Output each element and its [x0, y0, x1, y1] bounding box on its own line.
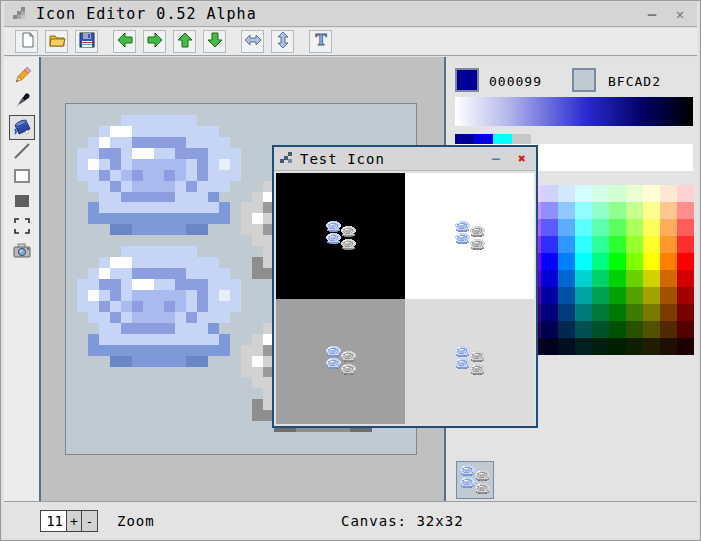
- palette-cell[interactable]: [592, 270, 609, 287]
- palette-cell[interactable]: [626, 304, 643, 321]
- text-tool-button[interactable]: T: [309, 30, 332, 53]
- palette-cell[interactable]: [643, 338, 660, 355]
- pencil-tool-button[interactable]: [9, 65, 35, 90]
- palette-cell[interactable]: [575, 185, 592, 202]
- palette-cell[interactable]: [626, 219, 643, 236]
- new-file-button[interactable]: [15, 30, 38, 53]
- palette-cell[interactable]: [626, 338, 643, 355]
- filled-rectangle-tool-button[interactable]: [9, 190, 35, 215]
- palette-cell[interactable]: [660, 236, 677, 253]
- palette-cell[interactable]: [609, 338, 626, 355]
- palette-cell[interactable]: [626, 236, 643, 253]
- palette-cell[interactable]: [660, 253, 677, 270]
- palette-cell[interactable]: [643, 236, 660, 253]
- zoom-in-button[interactable]: +: [67, 511, 82, 531]
- palette-cell[interactable]: [575, 321, 592, 338]
- recent-color-swatch[interactable]: [512, 134, 531, 144]
- title-bar[interactable]: Icon Editor 0.52 Alpha – ✕: [4, 2, 697, 27]
- palette-cell[interactable]: [541, 185, 558, 202]
- palette-cell[interactable]: [592, 338, 609, 355]
- palette-cell[interactable]: [575, 202, 592, 219]
- palette-cell[interactable]: [660, 219, 677, 236]
- secondary-color-swatch[interactable]: [572, 68, 596, 92]
- palette-cell[interactable]: [677, 270, 694, 287]
- line-tool-button[interactable]: [9, 140, 35, 165]
- recent-color-swatch[interactable]: [474, 134, 493, 144]
- palette-cell[interactable]: [626, 270, 643, 287]
- eyedropper-tool-button[interactable]: [9, 90, 35, 115]
- palette-cell[interactable]: [643, 270, 660, 287]
- palette-cell[interactable]: [677, 185, 694, 202]
- primary-color-swatch[interactable]: [455, 68, 479, 92]
- palette-cell[interactable]: [541, 287, 558, 304]
- palette-cell[interactable]: [643, 321, 660, 338]
- palette-cell[interactable]: [660, 338, 677, 355]
- palette-cell[interactable]: [626, 287, 643, 304]
- palette-cell[interactable]: [677, 304, 694, 321]
- palette-cell[interactable]: [643, 253, 660, 270]
- palette-cell[interactable]: [558, 219, 575, 236]
- palette-cell[interactable]: [575, 219, 592, 236]
- palette-cell[interactable]: [643, 202, 660, 219]
- recent-color-swatch[interactable]: [493, 134, 512, 144]
- palette-cell[interactable]: [541, 304, 558, 321]
- palette-cell[interactable]: [626, 321, 643, 338]
- palette-cell[interactable]: [575, 287, 592, 304]
- test-icon-close-icon[interactable]: ✖: [514, 151, 530, 167]
- palette-cell[interactable]: [558, 287, 575, 304]
- fill-tool-button[interactable]: [9, 115, 35, 140]
- move-left-button[interactable]: [113, 30, 136, 53]
- palette-cell[interactable]: [677, 338, 694, 355]
- palette-cell[interactable]: [592, 287, 609, 304]
- palette-cell[interactable]: [575, 338, 592, 355]
- palette-cell[interactable]: [609, 304, 626, 321]
- rectangle-tool-button[interactable]: [9, 165, 35, 190]
- move-up-button[interactable]: [173, 30, 196, 53]
- test-icon-title-bar[interactable]: Test Icon – ✖: [274, 147, 536, 171]
- minimize-icon[interactable]: –: [643, 5, 661, 23]
- palette-cell[interactable]: [592, 202, 609, 219]
- palette-cell[interactable]: [592, 185, 609, 202]
- open-folder-button[interactable]: [45, 30, 68, 53]
- close-icon[interactable]: ✕: [671, 5, 689, 23]
- palette-cell[interactable]: [677, 236, 694, 253]
- palette-cell[interactable]: [558, 185, 575, 202]
- palette-cell[interactable]: [541, 321, 558, 338]
- palette-cell[interactable]: [575, 270, 592, 287]
- palette-cell[interactable]: [626, 202, 643, 219]
- selection-tool-button[interactable]: [9, 215, 35, 240]
- palette-cell[interactable]: [660, 287, 677, 304]
- palette-cell[interactable]: [660, 304, 677, 321]
- palette-cell[interactable]: [541, 253, 558, 270]
- zoom-value-field[interactable]: [41, 511, 67, 531]
- test-icon-window[interactable]: Test Icon – ✖: [272, 145, 538, 428]
- palette-cell[interactable]: [643, 304, 660, 321]
- move-right-button[interactable]: [143, 30, 166, 53]
- palette-cell[interactable]: [558, 202, 575, 219]
- zoom-out-button[interactable]: -: [82, 511, 97, 531]
- camera-tool-button[interactable]: [9, 240, 35, 265]
- palette-cell[interactable]: [558, 338, 575, 355]
- palette-cell[interactable]: [609, 270, 626, 287]
- move-down-button[interactable]: [203, 30, 226, 53]
- palette-cell[interactable]: [609, 253, 626, 270]
- palette-cell[interactable]: [609, 321, 626, 338]
- palette-cell[interactable]: [558, 253, 575, 270]
- palette-cell[interactable]: [643, 219, 660, 236]
- palette-cell[interactable]: [677, 287, 694, 304]
- palette-cell[interactable]: [541, 236, 558, 253]
- palette-cell[interactable]: [626, 253, 643, 270]
- palette-cell[interactable]: [609, 219, 626, 236]
- palette-cell[interactable]: [643, 287, 660, 304]
- palette-cell[interactable]: [558, 270, 575, 287]
- palette-cell[interactable]: [660, 185, 677, 202]
- palette-cell[interactable]: [575, 304, 592, 321]
- palette-cell[interactable]: [592, 321, 609, 338]
- palette-cell[interactable]: [558, 321, 575, 338]
- palette-cell[interactable]: [541, 202, 558, 219]
- palette-cell[interactable]: [575, 236, 592, 253]
- palette-cell[interactable]: [541, 219, 558, 236]
- palette-cell[interactable]: [643, 185, 660, 202]
- palette-cell[interactable]: [541, 270, 558, 287]
- palette-cell[interactable]: [660, 321, 677, 338]
